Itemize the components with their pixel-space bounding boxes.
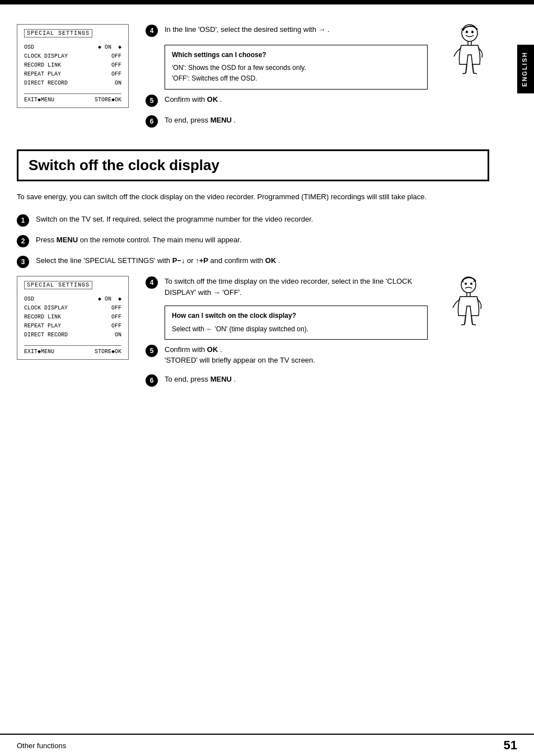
step-4-clock-text: To switch off the time display on the vi… <box>165 276 428 298</box>
footer-right: 51 <box>504 738 517 753</box>
menu-item-2-direct: DIRECT RECORD ON <box>24 331 121 340</box>
step-5-clock: 5 Confirm with OK . 'STORED' will briefl… <box>146 344 428 366</box>
svg-point-2 <box>471 31 474 34</box>
step-4-osd: 4 In the line 'OSD', select the desired … <box>146 24 428 37</box>
info-box-osd-line1: 'ON': Shows the OSD for a few seconds on… <box>172 63 420 73</box>
svg-point-9 <box>470 283 472 285</box>
figure-svg-2 <box>447 276 486 326</box>
menu-box-1-footer: EXIT◆MENU STORE◆OK <box>24 93 121 103</box>
step-6-clock: 6 To end, press MENU . <box>146 374 428 387</box>
menu-box-1: SPECIAL SETTINGS OSD ◆ ON ◆ CLOCK DISPLA… <box>17 24 129 108</box>
section-heading: Switch off the clock display <box>17 149 489 181</box>
menu-item-osd: OSD ◆ ON ◆ <box>24 43 121 52</box>
clock-steps: 4 To switch off the time display on the … <box>146 276 428 394</box>
info-box-clock-line: Select with ← 'ON' (time display switche… <box>172 324 420 335</box>
footer-left: Other functions <box>17 741 66 750</box>
step-number-4: 4 <box>146 25 158 37</box>
section-heading-title: Switch off the clock display <box>29 157 477 174</box>
info-box-clock: How can I switch on the clock display? S… <box>165 306 428 339</box>
top-bar <box>0 0 534 4</box>
step-3-text: Select the line 'SPECIAL SETTINGS' with … <box>36 255 489 266</box>
svg-line-5 <box>466 64 467 73</box>
menu-box-2: SPECIAL SETTINGS OSD ◆ ON ◆ CLOCK DISPLA… <box>17 276 129 360</box>
svg-point-8 <box>465 283 467 285</box>
menu-item-direct: DIRECT RECORD ON <box>24 79 121 88</box>
footer: Other functions 51 <box>0 734 534 756</box>
step-1-text: Switch on the TV set. If required, selec… <box>36 214 489 225</box>
step-3: 3 Select the line 'SPECIAL SETTINGS' wit… <box>17 255 489 268</box>
step-5-clock-text: Confirm with OK . 'STORED' will briefly … <box>165 344 428 366</box>
step-number-4-clock: 4 <box>146 276 158 289</box>
info-box-osd-line2: 'OFF': Switches off the OSD. <box>172 73 420 84</box>
sidebar-english-label: ENGLISH <box>517 45 534 93</box>
osd-steps: 4 In the line 'OSD', select the desired … <box>146 24 428 135</box>
menu-box-2-footer: EXIT◆MENU STORE◆OK <box>24 345 121 355</box>
section-osd: SPECIAL SETTINGS OSD ◆ ON ◆ CLOCK DISPLA… <box>17 24 489 135</box>
svg-point-1 <box>466 31 468 34</box>
step-number-3: 3 <box>17 256 29 268</box>
step-6-osd: 6 To end, press MENU . <box>146 115 428 128</box>
step-4-text: In the line 'OSD', select the desired se… <box>165 24 428 35</box>
step-number-6-clock: 6 <box>146 374 158 387</box>
figure-svg-1 <box>447 24 486 74</box>
intro-text: To save energy, you can switch off the c… <box>17 191 489 203</box>
menu-box-2-items: OSD ◆ ON ◆ CLOCK DISPLAY OFF RECORD LINK… <box>24 295 121 340</box>
step-number-5-clock: 5 <box>146 345 158 357</box>
step-4-clock: 4 To switch off the time display on the … <box>146 276 428 298</box>
menu-item-2-record-link: RECORD LINK OFF <box>24 313 121 322</box>
section-clock: SPECIAL SETTINGS OSD ◆ ON ◆ CLOCK DISPLA… <box>17 276 489 394</box>
step-number-5-osd: 5 <box>146 95 158 107</box>
info-box-osd-title: Which settings can I choose? <box>172 50 420 60</box>
svg-line-13 <box>471 316 472 325</box>
step-number-6-osd: 6 <box>146 115 158 128</box>
menu-item-record-link: RECORD LINK OFF <box>24 61 121 70</box>
step-6-clock-text: To end, press MENU . <box>165 374 428 385</box>
info-box-osd: Which settings can I choose? 'ON': Shows… <box>165 45 428 90</box>
step-1: 1 Switch on the TV set. If required, sel… <box>17 214 489 227</box>
menu-item-2-repeat: REPEAT PLAY OFF <box>24 322 121 331</box>
step-5-osd: 5 Confirm with OK . <box>146 94 428 107</box>
step-number-1: 1 <box>17 214 29 227</box>
menu-box-1-items: OSD ◆ ON ◆ CLOCK DISPLAY OFF RECORD LINK… <box>24 43 121 88</box>
menu-item-2-osd: OSD ◆ ON ◆ <box>24 295 121 304</box>
step-2-text: Press MENU on the remote control. The ma… <box>36 234 489 246</box>
figure-person-2 <box>444 276 489 326</box>
menu-item-repeat: REPEAT PLAY OFF <box>24 70 121 79</box>
figure-person-1 <box>444 24 489 74</box>
menu-box-2-title: SPECIAL SETTINGS <box>24 281 92 289</box>
svg-line-12 <box>465 316 466 325</box>
step-6-osd-text: To end, press MENU . <box>165 115 428 126</box>
svg-line-6 <box>472 64 474 73</box>
menu-box-1-title: SPECIAL SETTINGS <box>24 29 92 37</box>
menu-item-2-clock: CLOCK DISPLAY OFF <box>24 304 121 313</box>
info-box-clock-title: How can I switch on the clock display? <box>172 311 420 321</box>
step-2: 2 Press MENU on the remote control. The … <box>17 234 489 247</box>
menu-item-clock: CLOCK DISPLAY OFF <box>24 52 121 61</box>
step-number-2: 2 <box>17 235 29 247</box>
main-content: SPECIAL SETTINGS OSD ◆ ON ◆ CLOCK DISPLA… <box>0 4 517 411</box>
step-5-osd-text: Confirm with OK . <box>165 94 428 105</box>
